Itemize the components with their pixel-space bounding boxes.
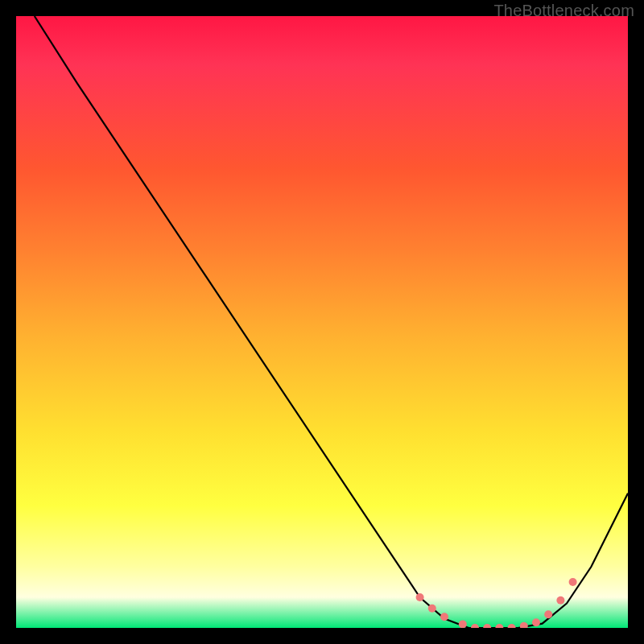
min-dot	[544, 610, 552, 618]
min-region-dots	[416, 578, 577, 628]
curve-layer	[16, 16, 628, 628]
plot-area	[16, 16, 628, 628]
bottleneck-curve	[35, 16, 628, 628]
min-dot	[508, 624, 516, 628]
min-dot	[556, 597, 564, 605]
min-dot	[483, 624, 491, 628]
min-dot	[428, 605, 436, 613]
min-dot	[569, 578, 577, 586]
min-dot	[520, 622, 528, 628]
min-dot	[471, 624, 479, 628]
min-dot	[532, 618, 540, 626]
min-dot	[416, 593, 424, 601]
chart-frame: TheBottleneck.com	[0, 0, 644, 644]
min-dot	[495, 624, 503, 628]
watermark-text: TheBottleneck.com	[493, 2, 634, 20]
min-dot	[459, 620, 467, 628]
min-dot	[440, 613, 448, 621]
